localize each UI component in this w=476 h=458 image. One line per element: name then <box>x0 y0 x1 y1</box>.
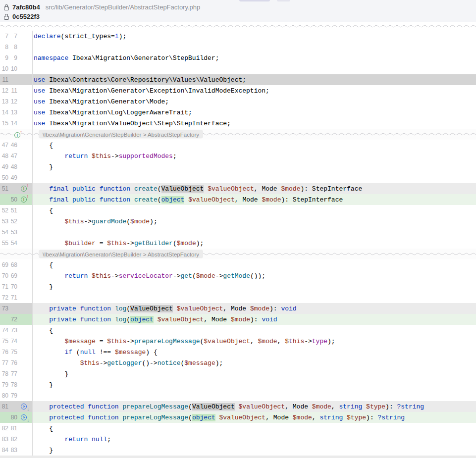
fold-label-chip[interactable]: \Ibexa\Migration\Generator\StepBuilder >… <box>39 250 203 258</box>
code-text[interactable] <box>33 292 476 303</box>
lock-icon <box>4 6 9 10</box>
line-number-new: 14 <box>9 120 17 127</box>
line-number-new: 8 <box>9 44 17 51</box>
code-token: { <box>34 327 53 334</box>
code-line[interactable]: 4948 } <box>0 161 476 172</box>
code-line[interactable]: 1413use Ibexa\Migration\Log\LoggerAwareT… <box>0 107 476 118</box>
code-line[interactable]: 80↓ protected function prepareLogMessage… <box>0 412 476 423</box>
code-line[interactable]: 7473 { <box>0 325 476 336</box>
line-number-new: 51 <box>9 207 17 214</box>
code-line[interactable]: 77declare(strict_types=1); <box>0 31 476 42</box>
code-text[interactable]: return $this->serviceLocator->get($mode-… <box>33 270 476 281</box>
code-line[interactable]: 5352 $this->guardMode($mode); <box>0 216 476 227</box>
code-line[interactable]: 5554 $builder = $this->getBuilder($mode)… <box>0 238 476 249</box>
gutter-icon-slot: ↓ <box>17 404 30 409</box>
code-text[interactable]: use Ibexa\Contracts\Core\Repository\Valu… <box>33 74 476 85</box>
code-text[interactable]: } <box>33 379 476 390</box>
code-text[interactable]: protected function prepareLogMessage(Val… <box>33 401 476 412</box>
code-text[interactable]: { <box>33 325 476 336</box>
code-line[interactable]: 5251 { <box>0 205 476 216</box>
code-token: ); <box>215 359 223 367</box>
code-text[interactable]: { <box>33 259 476 270</box>
code-line[interactable]: 8281 { <box>0 423 476 434</box>
line-number-old: 84 <box>1 447 8 454</box>
line-number-old: 52 <box>1 207 8 214</box>
code-line[interactable]: 7978 } <box>0 379 476 390</box>
code-line[interactable]: 50I↑ final public function create(object… <box>0 194 476 205</box>
code-line[interactable]: 1312use Ibexa\Migration\Generator\Mode; <box>0 96 476 107</box>
code-line[interactable]: 72 private function log(object $valueObj… <box>0 314 476 325</box>
code-text[interactable] <box>33 227 476 238</box>
code-text[interactable]: } <box>33 281 476 292</box>
code-text[interactable]: $builder = $this->getBuilder($mode); <box>33 238 476 249</box>
code-line[interactable]: 5453 <box>0 227 476 238</box>
code-line[interactable]: 7271 <box>0 292 476 303</box>
code-token: return <box>64 153 88 160</box>
code-text[interactable]: { <box>33 423 476 434</box>
code-text[interactable]: private function log(object $valueObject… <box>33 314 476 325</box>
code-text[interactable]: } <box>33 368 476 379</box>
code-text[interactable]: return $this->supportedModes; <box>33 151 476 161</box>
line-number-old: 53 <box>1 218 8 225</box>
code-text[interactable]: use Ibexa\Migration\Generator\Mode; <box>33 96 476 107</box>
code-line[interactable]: 5049 <box>0 172 476 183</box>
code-text[interactable]: { <box>33 205 476 216</box>
code-line[interactable]: 1010 <box>0 63 476 74</box>
code-text[interactable]: $this->guardMode($mode); <box>33 216 476 227</box>
code-text[interactable] <box>33 42 476 52</box>
code-text[interactable]: if (null !== $message) { <box>33 347 476 357</box>
code-line[interactable]: 1211use Ibexa\Migration\Generator\Except… <box>0 85 476 96</box>
code-line[interactable]: 8483 } <box>0 445 476 456</box>
code-text[interactable]: use Ibexa\Migration\Generator\Exception\… <box>33 85 476 96</box>
code-token <box>88 153 92 160</box>
line-gutter: 1010 <box>0 63 33 74</box>
code-line[interactable]: 8382 return null; <box>0 434 476 445</box>
code-text[interactable]: return null; <box>33 434 476 445</box>
code-line[interactable]: 4746 { <box>0 140 476 151</box>
overridden-method-icon[interactable]: ↓ <box>21 404 27 409</box>
code-text[interactable]: { <box>33 140 476 151</box>
code-text[interactable] <box>33 172 476 183</box>
code-line[interactable]: 7675 if (null !== $message) { <box>0 347 476 357</box>
code-text[interactable] <box>33 390 476 401</box>
code-line[interactable]: 1514use Ibexa\Migration\ValueObject\Step… <box>0 118 476 129</box>
code-text[interactable]: $this->getLogger()->notice($message); <box>33 357 476 368</box>
implemented-method-icon[interactable]: I↑ <box>14 132 20 138</box>
code-line[interactable]: 73 private function log(ValueObject $val… <box>0 303 476 314</box>
code-text[interactable]: declare(strict_types=1); <box>33 31 476 42</box>
code-text[interactable]: } <box>33 445 476 456</box>
implemented-method-icon[interactable]: I↑ <box>21 197 27 203</box>
code-text[interactable] <box>33 63 476 74</box>
code-text[interactable]: protected function prepareLogMessage(obj… <box>33 412 476 423</box>
code-token: prepareLogMessage <box>122 403 188 410</box>
fold-label-chip[interactable]: \Ibexa\Migration\Generator\StepBuilder >… <box>39 130 203 139</box>
code-line[interactable]: 81↓ protected function prepareLogMessage… <box>0 401 476 412</box>
code-text[interactable]: final public function create(object $val… <box>33 194 476 205</box>
code-line[interactable]: 6968 { <box>0 259 476 270</box>
overridden-method-icon[interactable]: ↓ <box>21 414 27 420</box>
code-line[interactable]: 88 <box>0 42 476 52</box>
code-text[interactable]: use Ibexa\Migration\Log\LoggerAwareTrait… <box>33 107 476 118</box>
diff-changed-word: ValueObject <box>130 305 173 312</box>
code-text[interactable]: use Ibexa\Migration\ValueObject\Step\Ste… <box>33 118 476 129</box>
code-line[interactable]: 99namespace Ibexa\Migration\Generator\St… <box>0 52 476 63</box>
horizontal-scrollbar-track[interactable] <box>0 456 476 458</box>
code-line[interactable]: 7877 } <box>0 368 476 379</box>
code-text[interactable]: final public function create(ValueObject… <box>33 183 476 194</box>
code-token: string <box>319 414 343 421</box>
code-text[interactable]: namespace Ibexa\Migration\Generator\Step… <box>33 52 476 63</box>
code-text[interactable]: $message = $this->prepareLogMessage($val… <box>33 336 476 347</box>
code-line[interactable]: 7776 $this->getLogger()->notice($message… <box>0 357 476 368</box>
code-line[interactable]: 7170 } <box>0 281 476 292</box>
code-token: $message <box>115 349 146 356</box>
code-line[interactable]: 8079 <box>0 390 476 401</box>
code-line[interactable]: 7069 return $this->serviceLocator->get($… <box>0 270 476 281</box>
code-line[interactable]: 11use Ibexa\Contracts\Core\Repository\Va… <box>0 74 476 85</box>
code-text[interactable]: } <box>33 161 476 172</box>
code-line[interactable]: 51I↑ final public function create(ValueO… <box>0 183 476 194</box>
code-line[interactable]: 4847 return $this->supportedModes; <box>0 151 476 161</box>
line-number-old: 9 <box>1 54 8 61</box>
implemented-method-icon[interactable]: I↑ <box>21 186 27 192</box>
code-line[interactable]: 7574 $message = $this->prepareLogMessage… <box>0 336 476 347</box>
code-text[interactable]: private function log(ValueObject $valueO… <box>33 303 476 314</box>
